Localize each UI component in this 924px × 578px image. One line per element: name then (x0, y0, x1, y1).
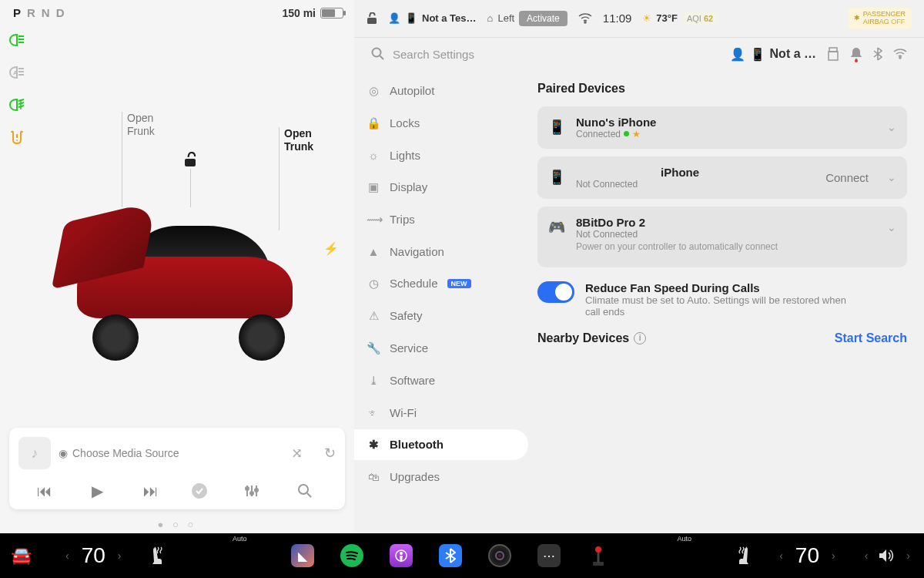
driver-temp-control[interactable]: ‹ 70 › (62, 543, 125, 568)
svg-point-19 (250, 492, 253, 495)
media-note-button[interactable]: ♪ (18, 437, 51, 469)
volume-down-button[interactable]: ‹ (862, 549, 872, 562)
clock-icon: ◷ (367, 277, 380, 291)
frunk-callout[interactable]: OpenFrunk (122, 112, 155, 138)
svg-point-21 (299, 485, 308, 494)
nav-safety[interactable]: ⚠Safety (354, 301, 528, 331)
repeat-icon[interactable]: ↻ (324, 445, 336, 462)
temp-down-button[interactable]: ‹ (62, 549, 72, 562)
volume-up-button[interactable]: › (903, 549, 913, 562)
nav-upgrades[interactable]: 🛍Upgrades (354, 462, 528, 492)
bag-icon: 🛍 (367, 470, 380, 483)
nav-display[interactable]: ▣Display (354, 172, 528, 203)
nav-software[interactable]: ⤓Software (354, 365, 528, 396)
paired-device-card[interactable]: 📱 iPhone Not Connected Connect ⌄ (537, 156, 907, 199)
gear-p: P (11, 6, 25, 19)
temp-up-button[interactable]: › (115, 549, 125, 562)
spotify-app-icon[interactable] (340, 544, 363, 567)
temp-up-button[interactable]: › (829, 549, 839, 562)
brightness-icon: ☼ (367, 149, 380, 162)
media-search-button[interactable] (297, 483, 322, 499)
nav-locks[interactable]: 🔒Locks (354, 108, 528, 139)
navigation-app-icon[interactable]: ◣ (291, 544, 314, 567)
svg-rect-38 (597, 551, 599, 563)
profile-status[interactable]: 👤 📱 Not a Tes… (388, 12, 477, 24)
trunk-callout[interactable]: OpenTrunk (279, 127, 313, 153)
start-search-button[interactable]: Start Search (835, 331, 907, 345)
airbag-badge: ✱ PASSENGERAIRBAG OFF (848, 8, 912, 29)
nav-trips[interactable]: ⟿Trips (354, 204, 528, 235)
driver-seat-heat-icon[interactable] (148, 546, 166, 566)
unlock-icon[interactable] (183, 152, 197, 167)
nav-lights[interactable]: ☼Lights (354, 140, 528, 170)
car-dock-icon[interactable]: 🚘 (11, 546, 32, 566)
page-indicator[interactable]: ● ○ ○ (0, 516, 354, 533)
arcade-app-icon[interactable] (587, 544, 610, 567)
temp-down-button[interactable]: ‹ (776, 549, 786, 562)
wifi-status-icon[interactable] (578, 13, 592, 24)
equalizer-button[interactable] (244, 483, 269, 499)
nav-schedule[interactable]: ◷ScheduleNEW (354, 268, 528, 299)
passenger-seat-heat-icon[interactable] (735, 546, 753, 566)
dashcam-app-icon[interactable] (488, 544, 511, 567)
bluetooth-app-icon[interactable] (439, 544, 462, 567)
weather-icon: ☀ (642, 12, 651, 24)
nav-autopilot[interactable]: ◎Autopilot (354, 76, 528, 106)
volume-control[interactable]: ‹ › (862, 549, 913, 563)
bluetooth-settings: Paired Devices 📱 Nuno's iPhone Connected… (531, 71, 924, 533)
volume-icon[interactable] (879, 549, 896, 563)
bluetooth-icon: ✱ (367, 438, 380, 452)
car-visualization[interactable]: OpenFrunk OpenTrunk ⚡ (0, 25, 354, 428)
device-name: 8BitDo Pro 2 (576, 216, 876, 229)
play-button[interactable]: ▶ (85, 482, 110, 500)
chevron-down-icon: ⌄ (887, 221, 896, 234)
nav-wifi[interactable]: ᯤWi-Fi (354, 398, 528, 428)
download-icon: ⤓ (367, 374, 380, 388)
aqi-badge[interactable]: AQI 62 (682, 12, 718, 25)
steering-wheel-icon: ◎ (367, 84, 380, 98)
dashcam-icon[interactable] (827, 47, 839, 61)
next-track-button[interactable]: ⏭ (139, 482, 163, 500)
warning-icon: ⚠ (367, 309, 380, 323)
homelink-status[interactable]: ⌂ Left Activate (487, 11, 567, 26)
device-status: Not Connected (576, 179, 815, 190)
nav-bluetooth[interactable]: ✱Bluetooth (354, 429, 528, 460)
vehicle-panel: PRND 150 mi A (0, 0, 354, 533)
bluetooth-toolbar-icon[interactable] (873, 47, 882, 61)
notifications-icon[interactable] (850, 47, 862, 61)
nav-service[interactable]: 🔧Service (354, 333, 528, 364)
more-apps-icon[interactable]: ⋯ (537, 544, 561, 567)
connected-dot-icon (624, 131, 629, 136)
battery-icon[interactable] (320, 8, 343, 18)
settings-search[interactable]: Search Settings (371, 47, 719, 61)
svg-point-25 (373, 49, 381, 57)
connect-button[interactable]: Connect (825, 171, 869, 184)
paired-device-card[interactable]: 📱 Nuno's iPhone Connected ★ ⌄ (537, 106, 907, 149)
media-source-selector[interactable]: ◉ Choose Media Source (59, 447, 283, 459)
chevron-down-icon: ⌄ (887, 121, 896, 133)
reduce-fan-toggle[interactable] (537, 281, 574, 303)
profile-icon: 👤 (388, 12, 400, 24)
gamepad-device-icon: 🎮 (548, 219, 565, 236)
device-status: Not Connected (576, 229, 876, 240)
favorite-button[interactable] (191, 482, 216, 499)
lock-status-icon[interactable] (367, 12, 377, 25)
shuffle-icon[interactable]: ⤨ (291, 445, 303, 462)
toolbar-profile[interactable]: 👤 📱 Not a … (730, 47, 816, 62)
wifi-toolbar-icon[interactable] (893, 49, 907, 59)
podcasts-app-icon[interactable] (390, 544, 413, 567)
navigation-icon: ▲ (367, 245, 380, 258)
info-icon[interactable]: i (634, 332, 646, 344)
svg-point-36 (498, 554, 501, 557)
outside-temp[interactable]: 73°F (656, 12, 678, 24)
svg-point-24 (584, 22, 586, 23)
paired-device-card[interactable]: 🎮 8BitDo Pro 2 Not Connected ⌄ Power on … (537, 207, 907, 267)
activate-button[interactable]: Activate (519, 11, 567, 26)
toggle-subtitle: Climate must be set to Auto. Settings wi… (585, 294, 862, 318)
svg-point-20 (255, 489, 258, 492)
prev-track-button[interactable]: ⏮ (32, 482, 57, 500)
nav-navigation[interactable]: ▲Navigation (354, 237, 528, 267)
profile-icon: 👤 (730, 47, 745, 62)
passenger-temp-control[interactable]: ‹ 70 › (776, 543, 839, 568)
homelink-icon: ⌂ (487, 12, 494, 24)
